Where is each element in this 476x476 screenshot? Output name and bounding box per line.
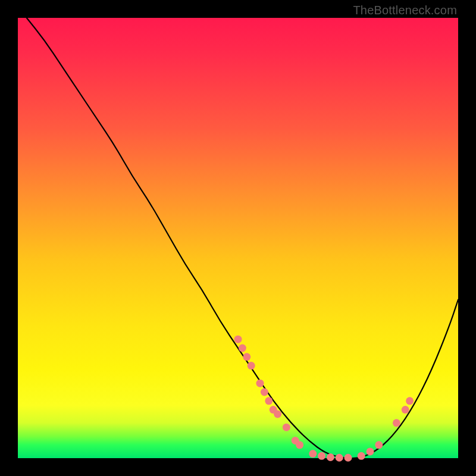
curve-dot [274,411,281,418]
curve-dot [283,424,290,431]
curve-dots [234,336,414,462]
chart-area [18,18,458,458]
curve-dot [406,397,414,405]
curve-dot [243,353,250,361]
curve-dot [393,419,400,427]
chart-svg [18,18,458,458]
curve-dot [309,450,317,458]
curve-dot [358,452,365,460]
curve-dot [327,453,334,461]
curve-dot [367,447,374,455]
curve-dot [261,389,268,396]
curve-dot [318,452,325,460]
curve-dot [402,406,409,414]
curve-dot [345,454,352,462]
curve-dot [248,362,255,369]
bottleneck-curve [27,18,458,458]
curve-dot [256,380,264,387]
curve-dot [265,397,273,405]
curve-dot [296,441,303,449]
curve-dot [375,441,383,449]
curve-dot [336,454,343,462]
curve-dot [234,336,242,343]
curve-dot [239,345,246,352]
watermark-text: TheBottleneck.com [353,4,457,17]
